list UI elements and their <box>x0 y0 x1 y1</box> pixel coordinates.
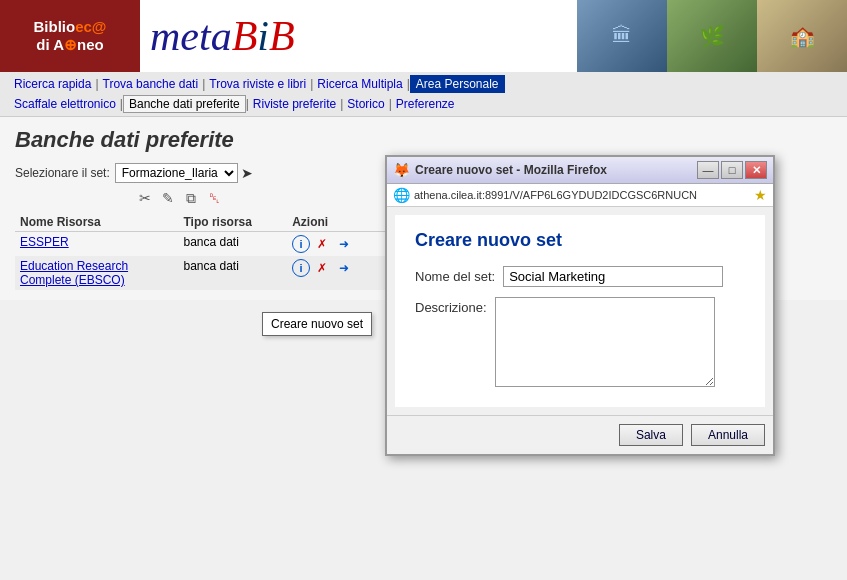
globe-icon: 🌐 <box>393 187 410 203</box>
dialog-title-buttons: — □ ✕ <box>697 161 767 179</box>
dialog-maximize-button[interactable]: □ <box>721 161 743 179</box>
descrizione-label: Descrizione: <box>415 297 487 315</box>
dialog-buttons: Salva Annulla <box>387 415 773 454</box>
nome-del-set-input[interactable] <box>503 266 723 287</box>
dialog-titlebar: 🦊 Creare nuovo set - Mozilla Firefox — □… <box>387 157 773 184</box>
dialog-content: Creare nuovo set Nome del set: Descrizio… <box>395 215 765 407</box>
dialog-heading: Creare nuovo set <box>415 230 745 251</box>
salva-button[interactable]: Salva <box>619 424 683 446</box>
firefox-dialog: 🦊 Creare nuovo set - Mozilla Firefox — □… <box>385 155 775 456</box>
modal-overlay: 🦊 Creare nuovo set - Mozilla Firefox — □… <box>0 0 847 580</box>
descrizione-area: Descrizione: <box>415 297 745 387</box>
firefox-icon: 🦊 <box>393 162 410 178</box>
nome-del-set-label: Nome del set: <box>415 269 495 284</box>
address-url: athena.cilea.it:8991/V/AFP6L6GYDUD2IDCGS… <box>414 189 750 201</box>
bookmark-icon[interactable]: ★ <box>754 187 767 203</box>
descrizione-textarea[interactable] <box>495 297 715 387</box>
dialog-title-text: Creare nuovo set - Mozilla Firefox <box>415 163 607 177</box>
dialog-addressbar: 🌐 athena.cilea.it:8991/V/AFP6L6GYDUD2IDC… <box>387 184 773 207</box>
dialog-title-left: 🦊 Creare nuovo set - Mozilla Firefox <box>393 162 607 178</box>
dialog-close-button[interactable]: ✕ <box>745 161 767 179</box>
nome-del-set-row: Nome del set: <box>415 266 745 287</box>
dialog-minimize-button[interactable]: — <box>697 161 719 179</box>
annulla-button[interactable]: Annulla <box>691 424 765 446</box>
